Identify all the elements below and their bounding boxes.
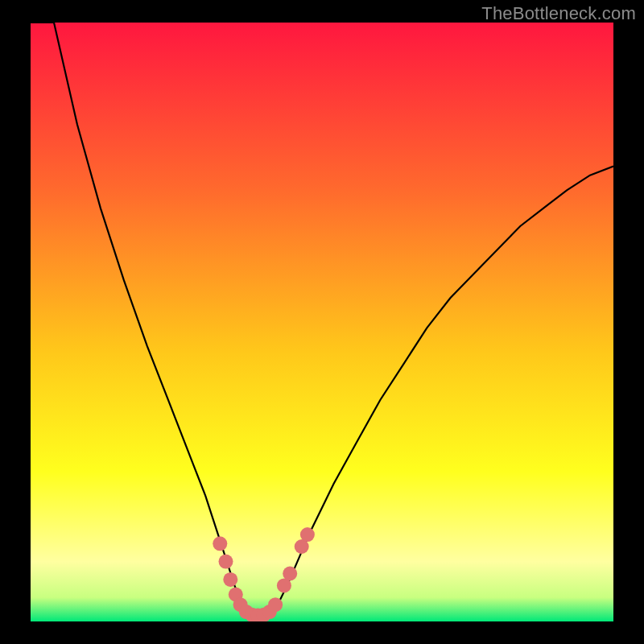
attribution-label: TheBottleneck.com xyxy=(481,3,636,24)
highlight-marker xyxy=(213,536,227,551)
highlight-marker xyxy=(283,567,297,581)
gradient-background xyxy=(31,23,613,621)
plot-area xyxy=(31,23,613,621)
highlight-marker xyxy=(223,572,237,587)
highlight-marker xyxy=(219,555,233,569)
chart-frame: TheBottleneck.com xyxy=(0,0,644,644)
highlight-marker xyxy=(268,597,283,612)
highlight-marker xyxy=(300,527,315,542)
bottleneck-chart xyxy=(31,23,613,621)
